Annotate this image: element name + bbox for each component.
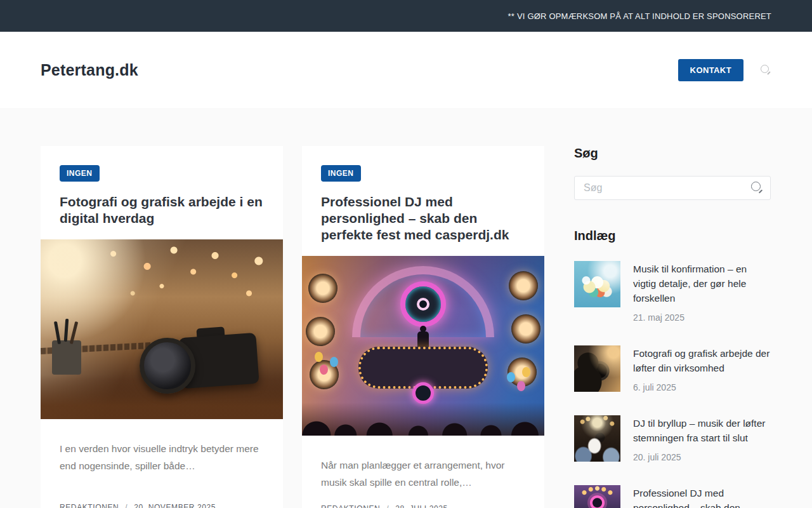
post-card-body: Når man planlægger et arrangement, hvor … xyxy=(302,436,544,508)
post-thumbnail-dj-stage[interactable] xyxy=(574,485,620,508)
sidebar-search-input[interactable] xyxy=(574,176,771,200)
recent-post-item[interactable]: Musik til konfirmation – en vigtig detal… xyxy=(574,261,771,323)
recent-post-text: Musik til konfirmation – en vigtig detal… xyxy=(633,261,771,323)
post-excerpt: I en verden hvor visuelle indtryk betyde… xyxy=(60,440,264,474)
post-thumbnail-balloons[interactable] xyxy=(574,261,620,307)
post-card-head: INGEN Fotografi og grafisk arbejde i en … xyxy=(41,146,283,239)
recent-post-text: DJ til bryllup – musik der løfter stemni… xyxy=(633,415,771,462)
post-excerpt: Når man planlægger et arrangement, hvor … xyxy=(321,457,525,491)
recent-post-title[interactable]: DJ til bryllup – musik der løfter stemni… xyxy=(633,416,771,445)
search-icon xyxy=(751,182,763,194)
booth-neon-ring xyxy=(412,382,434,404)
balloon xyxy=(507,372,515,382)
sponsored-notice: ** VI GØR OPMÆRKSOM PÅ AT ALT INDHOLD ER… xyxy=(508,11,771,21)
meta-separator: / xyxy=(386,504,389,508)
speaker xyxy=(306,317,335,346)
recent-post-date: 6. juli 2025 xyxy=(633,382,771,392)
top-notice-bar: ** VI GØR OPMÆRKSOM PÅ AT ALT INDHOLD ER… xyxy=(0,0,812,32)
pen-cup xyxy=(52,340,81,375)
search-widget-title: Søg xyxy=(574,146,771,161)
sidebar: Søg Indlæg Musik til konfirmation – en v… xyxy=(574,146,771,508)
search-icon xyxy=(761,65,771,76)
post-card-head: INGEN Professionel DJ med personlighed –… xyxy=(302,146,544,256)
header-search-button[interactable] xyxy=(761,65,771,76)
recent-post-title[interactable]: Musik til konfirmation – en vigtig detal… xyxy=(633,262,771,305)
post-card: INGEN Professionel DJ med personlighed –… xyxy=(302,146,544,508)
recent-post-text: Fotografi og grafisk arbejde der løfter … xyxy=(633,345,771,392)
post-author-link[interactable]: REDAKTIONEN xyxy=(321,504,380,508)
recent-post-title[interactable]: Professionel DJ med personlighed – skab … xyxy=(633,486,771,508)
sidebar-search-submit-button[interactable] xyxy=(751,182,763,196)
post-date: 28. JULI 2025 xyxy=(395,504,448,508)
recent-post-title[interactable]: Fotografi og grafisk arbejde der løfter … xyxy=(633,346,771,375)
post-featured-image[interactable] xyxy=(41,239,283,419)
recent-post-item[interactable]: Professionel DJ med personlighed – skab … xyxy=(574,485,771,508)
post-title[interactable]: Professionel DJ med personlighed – skab … xyxy=(321,194,525,243)
post-date: 20. NOVEMBER 2025 xyxy=(134,503,216,508)
post-author-link[interactable]: REDAKTIONEN xyxy=(60,503,119,508)
post-title[interactable]: Fotografi og grafisk arbejde i en digita… xyxy=(60,194,264,227)
recent-post-date: 21. maj 2025 xyxy=(633,312,771,323)
dj-booth xyxy=(358,347,488,389)
dj-silhouette xyxy=(417,331,429,347)
page-content: INGEN Fotografi og grafisk arbejde i en … xyxy=(0,108,812,508)
post-card-body: I en verden hvor visuelle indtryk betyde… xyxy=(41,419,283,508)
pen xyxy=(64,319,69,342)
neon-ring-center xyxy=(417,298,429,311)
neon-ring xyxy=(400,281,446,327)
speaker xyxy=(509,271,538,300)
post-meta: REDAKTIONEN / 28. JULI 2025 xyxy=(321,504,525,508)
post-grid: INGEN Fotografi og grafisk arbejde i en … xyxy=(41,146,544,508)
category-badge[interactable]: INGEN xyxy=(321,165,361,182)
post-featured-image[interactable] xyxy=(302,256,544,436)
recent-post-item[interactable]: Fotografi og grafisk arbejde der løfter … xyxy=(574,345,771,392)
balloon xyxy=(517,381,525,391)
post-thumbnail-photographer[interactable] xyxy=(574,345,620,392)
category-badge[interactable]: INGEN xyxy=(60,165,100,182)
speaker xyxy=(308,274,337,303)
site-header: Petertang.dk KONTAKT xyxy=(0,32,812,108)
search-form xyxy=(574,176,771,200)
recent-post-item[interactable]: DJ til bryllup – musik der løfter stemni… xyxy=(574,415,771,462)
crowd-silhouettes xyxy=(302,403,544,436)
kontakt-button[interactable]: KONTAKT xyxy=(678,59,743,81)
post-card: INGEN Fotografi og grafisk arbejde i en … xyxy=(41,146,283,508)
balloon xyxy=(315,352,323,362)
recent-posts-title: Indlæg xyxy=(574,229,771,243)
recent-posts-list: Musik til konfirmation – en vigtig detal… xyxy=(574,261,771,508)
post-meta: REDAKTIONEN / 20. NOVEMBER 2025 xyxy=(60,503,264,508)
camera-lens xyxy=(140,338,195,394)
meta-separator: / xyxy=(125,503,128,508)
header-actions: KONTAKT xyxy=(678,59,771,81)
balloon xyxy=(320,364,328,375)
recent-post-text: Professionel DJ med personlighed – skab … xyxy=(633,485,771,508)
search-widget: Søg xyxy=(574,146,771,200)
speaker xyxy=(511,314,540,344)
recent-post-date: 20. juli 2025 xyxy=(633,452,771,462)
recent-posts-widget: Indlæg Musik til konfirmation – en vigti… xyxy=(574,229,771,508)
post-thumbnail-wedding-dj[interactable] xyxy=(574,415,620,462)
balloon xyxy=(522,367,530,377)
balloon xyxy=(330,357,338,367)
site-logo[interactable]: Petertang.dk xyxy=(41,61,138,79)
